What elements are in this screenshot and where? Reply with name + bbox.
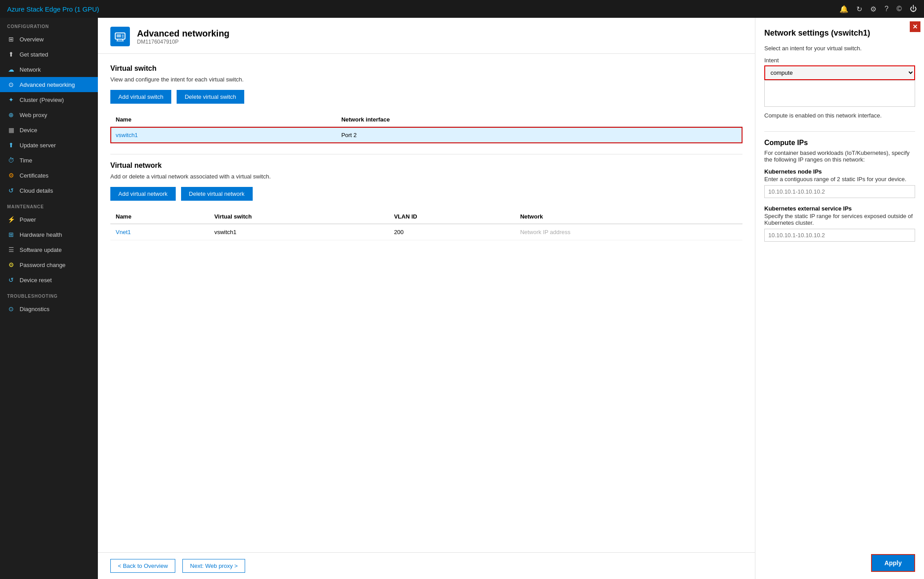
sidebar-item-password-change[interactable]: ⚙ Password change [0,257,98,272]
vswitch1-link[interactable]: vswitch1 [116,132,138,138]
main-layout: CONFIGURATION ⊞ Overview ⬆ Get started ☁… [0,18,924,579]
overview-icon: ⊞ [7,36,15,43]
device-icon: ▦ [7,126,15,134]
section-divider-1 [110,154,742,154]
vswitch-col-name: Name [110,113,336,127]
bell-icon[interactable]: 🔔 [839,5,848,13]
apply-button[interactable]: Apply [871,554,915,572]
compute-ips-title: Compute IPs [764,139,915,147]
add-virtual-switch-button[interactable]: Add virtual switch [110,90,171,104]
virtual-switch-table: Name Network interface vswitch1 Port 2 [110,113,742,143]
sidebar-item-overview[interactable]: ⊞ Overview [0,32,98,47]
vnet-vswitch-cell: vswitch1 [209,224,389,240]
intent-field: Intent compute none management [764,57,915,107]
sidebar-item-power[interactable]: ⚡ Power [0,212,98,227]
refresh-icon[interactable]: ↻ [856,5,862,13]
back-to-overview-button[interactable]: < Back to Overview [110,559,175,573]
virtual-switch-section: Virtual switch View and configure the in… [110,65,742,143]
virtual-switch-title: Virtual switch [110,65,742,73]
page-header: Advanced networking DM1176047910P [98,18,755,54]
cluster-icon: ✦ [7,96,15,103]
vnet-name-cell: Vnet1 [110,224,209,240]
sidebar-item-update-server[interactable]: ⬆ Update server [0,138,98,153]
sidebar-item-cluster[interactable]: ✦ Cluster (Preview) [0,92,98,107]
next-web-proxy-button[interactable]: Next: Web proxy > [182,559,245,573]
svg-rect-4 [117,34,121,37]
sidebar-item-cloud-details[interactable]: ↺ Cloud details [0,183,98,198]
intent-select[interactable]: compute none management [764,65,915,80]
password-change-icon: ⚙ [7,261,15,268]
virtual-switch-buttons: Add virtual switch Delete virtual switch [110,90,742,104]
k8s-ext-input[interactable] [764,229,915,242]
diagnostics-icon: ⊙ [7,305,15,312]
cloud-details-icon: ↺ [7,187,15,194]
sidebar-item-web-proxy[interactable]: ⊕ Web proxy [0,107,98,122]
sidebar-item-label: Time [20,157,32,164]
update-server-icon: ⬆ [7,142,15,149]
vnet-network-cell: Network IP address [515,224,742,240]
table-row[interactable]: vswitch1 Port 2 [110,127,742,143]
sidebar-item-label: Diagnostics [20,306,49,312]
sidebar-item-label: Hardware health [20,231,62,238]
power-icon[interactable]: ⏻ [910,5,917,13]
table-row[interactable]: Vnet1 vswitch1 200 Network IP address [110,224,742,240]
sidebar: CONFIGURATION ⊞ Overview ⬆ Get started ☁… [0,18,98,579]
device-reset-icon: ↺ [7,276,15,283]
web-proxy-icon: ⊕ [7,111,15,118]
sidebar-item-label: Get started [20,51,48,58]
delete-virtual-network-button[interactable]: Delete virtual network [181,187,253,201]
intent-label: Intent [764,57,915,64]
sidebar-item-advanced-networking[interactable]: ⊙ Advanced networking [0,77,98,92]
sidebar-item-label: Cloud details [20,187,53,194]
app-title: Azure Stack Edge Pro (1 GPU) [7,5,839,13]
right-panel: ✕ Network settings (vswitch1) Select an … [755,18,924,579]
sidebar-item-label: Software update [20,247,62,253]
virtual-network-buttons: Add virtual network Delete virtual netwo… [110,187,742,201]
help-icon[interactable]: ? [884,5,888,13]
sidebar-item-label: Overview [20,36,44,43]
vswitch-col-interface: Network interface [336,113,742,127]
maintenance-section-label: MAINTENANCE [0,198,98,212]
virtual-network-section: Virtual network Add or delete a virtual … [110,162,742,240]
k8s-node-desc: Enter a contiguous range of 2 static IPs… [764,176,915,182]
sidebar-item-label: Web proxy [20,112,47,118]
settings-icon[interactable]: ⚙ [870,5,876,13]
apply-row: Apply [764,547,915,579]
troubleshooting-section-label: TROUBLESHOOTING [0,287,98,301]
compute-ips-desc: For container based workloads (IoT/Kuber… [764,150,915,163]
sidebar-item-label: Power [20,216,36,223]
vnet-col-vlan: VLAN ID [389,210,515,224]
sidebar-item-device-reset[interactable]: ↺ Device reset [0,272,98,287]
sidebar-item-certificates[interactable]: ⚙ Certificates [0,168,98,183]
advanced-networking-icon: ⊙ [7,81,15,88]
sidebar-item-network[interactable]: ☁ Network [0,62,98,77]
hardware-health-icon: ⊞ [7,231,15,238]
sidebar-item-label: Device reset [20,277,52,283]
certificates-icon: ⚙ [7,172,15,179]
sidebar-item-time[interactable]: ⏱ Time [0,153,98,168]
sidebar-item-hardware-health[interactable]: ⊞ Hardware health [0,227,98,242]
page-title: Advanced networking [137,28,230,39]
get-started-icon: ⬆ [7,51,15,58]
power-sidebar-icon: ⚡ [7,216,15,223]
vswitch-name-cell: vswitch1 [110,127,336,143]
k8s-ext-title: Kubernetes external service IPs [764,205,915,212]
right-panel-title: Network settings (vswitch1) [764,28,915,38]
account-icon[interactable]: © [896,5,902,13]
sidebar-item-label: Cluster (Preview) [20,97,64,103]
close-panel-button[interactable]: ✕ [910,21,920,32]
rp-divider-1 [764,131,915,132]
virtual-switch-desc: View and configure the intent for each v… [110,76,742,83]
sidebar-item-get-started[interactable]: ⬆ Get started [0,47,98,62]
add-virtual-network-button[interactable]: Add virtual network [110,187,176,201]
sidebar-item-software-update[interactable]: ☰ Software update [0,242,98,257]
intent-dropdown-area [764,80,915,107]
k8s-node-input[interactable] [764,185,915,198]
page-footer: < Back to Overview Next: Web proxy > [98,552,755,579]
vnet1-link[interactable]: Vnet1 [116,229,131,235]
delete-virtual-switch-button[interactable]: Delete virtual switch [177,90,244,104]
virtual-network-desc: Add or delete a virtual network associat… [110,173,742,180]
sidebar-item-diagnostics[interactable]: ⊙ Diagnostics [0,301,98,316]
sidebar-item-device[interactable]: ▦ Device [0,122,98,138]
k8s-node-title: Kubernetes node IPs [764,168,915,175]
